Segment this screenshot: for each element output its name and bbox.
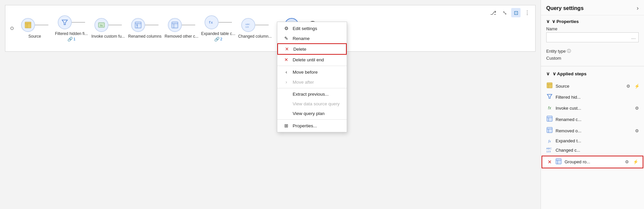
step-source-label: Source [28, 34, 41, 39]
menu-item-extract-previous[interactable]: Extract previous... [277, 89, 347, 99]
menu-item-edit-settings[interactable]: ⚙ Edit settings [277, 23, 347, 33]
step-expanded-label: Expanded table c... [201, 31, 236, 36]
svg-text:✎: ✎ [136, 24, 138, 27]
step-line-2 [72, 22, 85, 23]
menu-item-delete[interactable]: ✕ Delete [277, 43, 347, 55]
applied-step-renamed[interactable]: Renamed c... [541, 114, 644, 125]
step-line-4 [145, 25, 158, 25]
source-step-warning-btn[interactable]: ⚡ [633, 82, 641, 90]
link-icon-1: 🔗 [67, 37, 73, 42]
delete-until-end-icon: ✕ [283, 57, 289, 62]
more-icon-btn[interactable]: ⋮ [523, 8, 532, 17]
applied-step-removed[interactable]: Removed o... ⚙ [541, 125, 644, 136]
step-filtered[interactable]: Filtered hidden fi... 🔗 1 [53, 15, 90, 42]
source-step-label: Source [556, 84, 622, 89]
menu-item-rename[interactable]: ✎ Rename [277, 33, 347, 43]
renamed-step-label: Renamed c... [556, 117, 641, 122]
filter-active-icon-btn[interactable]: ⊡ [511, 8, 521, 17]
name-field-label: Name [546, 27, 639, 31]
svg-text:ABC: ABC [245, 23, 250, 26]
removed-step-settings-btn[interactable]: ⚙ [633, 127, 641, 134]
step-renamed-icon: ✎ [131, 18, 145, 32]
properties-section-label: ∨ ∨ Properties [541, 15, 644, 26]
svg-rect-19 [547, 83, 552, 88]
step-removed[interactable]: Removed other c... [163, 18, 200, 39]
invoke-step-icon: fx [546, 106, 553, 110]
source-step-settings-btn[interactable]: ⚙ [625, 82, 632, 90]
step-line-7 [255, 25, 269, 25]
step-filtered-link[interactable]: 🔗 1 [67, 37, 75, 42]
rename-icon: ✎ [283, 36, 289, 41]
step-changed[interactable]: ABC123 Changed column... [237, 18, 273, 39]
step-filtered-icon [58, 15, 72, 29]
step-line-1 [35, 25, 48, 25]
filtered-step-icon [546, 94, 553, 100]
grouped-step-warning-btn[interactable]: ⚡ [632, 158, 639, 166]
changed-step-label: Changed c... [556, 148, 641, 153]
svg-rect-10 [172, 22, 178, 28]
menu-item-delete-until-end[interactable]: ✕ Delete until end [277, 55, 347, 65]
step-filtered-label: Filtered hidden fi... [55, 31, 88, 36]
panel-header: Query settings › [541, 0, 644, 15]
step-invoke-label: Invoke custom fu... [91, 34, 125, 39]
applied-step-changed[interactable]: ABC123 Changed c... [541, 145, 644, 155]
share-icon-btn[interactable]: ⎇ [489, 8, 498, 17]
chevron-left-icon: ‹ [283, 69, 289, 75]
query-settings-panel: Query settings › ∨ ∨ Properties Name ...… [541, 0, 644, 209]
step-line-5 [182, 25, 195, 25]
step-removed-label: Removed other c... [165, 34, 198, 39]
bar-top-icons: ⎇ ⤡ ⊡ ⋮ [489, 8, 532, 17]
applied-step-invoke[interactable]: fx Invoke cust... ⚙ [541, 102, 644, 114]
menu-divider-1 [277, 66, 347, 66]
source-step-actions: ⚙ ⚡ [625, 82, 641, 90]
step-line-6 [219, 22, 232, 23]
applied-step-source[interactable]: Source ⚙ ⚡ [541, 80, 644, 92]
panel-divider [541, 66, 644, 66]
step-start-dot [10, 27, 14, 30]
svg-marker-22 [547, 94, 552, 98]
name-field-box[interactable]: ... [546, 32, 639, 42]
svg-text:fx: fx [100, 24, 103, 27]
step-line-3 [108, 25, 122, 25]
context-menu: ⚙ Edit settings ✎ Rename ✕ Delete ✕ Dele… [277, 22, 347, 132]
menu-item-move-after: › Move after [277, 77, 347, 87]
svg-rect-26 [547, 127, 552, 133]
grouped-step-label: Grouped ro... [565, 159, 621, 164]
delete-x-icon: ✕ [284, 46, 290, 52]
step-changed-icon: ABC123 [241, 18, 255, 32]
name-section: Name ... [541, 26, 644, 46]
applied-step-filtered[interactable]: Filtered hid... [541, 92, 644, 102]
step-removed-icon [168, 18, 182, 32]
step-invoke-icon: fx [94, 18, 108, 32]
gear-icon: ⚙ [283, 26, 289, 31]
step-renamed-label: Renamed columns [128, 34, 162, 39]
menu-item-view-data-source: View data source query [277, 99, 347, 109]
applied-steps-label: ∨ ∨ Applied steps [541, 68, 644, 78]
invoke-step-settings-btn[interactable]: ⚙ [633, 104, 641, 112]
applied-step-grouped[interactable]: ✕ Grouped ro... ⚙ ⚡ [542, 156, 643, 168]
panel-expand-icon[interactable]: › [637, 5, 639, 12]
step-source[interactable]: Source [16, 18, 53, 39]
invoke-step-label: Invoke cust... [556, 106, 631, 111]
grouped-step-settings-btn[interactable]: ⚙ [623, 158, 631, 166]
grouped-step-x-icon: ✕ [548, 159, 552, 165]
filtered-step-label: Filtered hid... [556, 95, 641, 100]
entity-type-value: Custom [546, 55, 639, 61]
removed-step-label: Removed o... [556, 128, 631, 133]
step-expanded[interactable]: fx Expanded table c... 🔗 2 [200, 15, 237, 42]
properties-chevron-icon: ∨ [546, 19, 550, 24]
query-steps-bar: ⎇ ⤡ ⊡ ⋮ Source Filtered [5, 5, 536, 52]
step-expanded-link[interactable]: 🔗 2 [214, 37, 222, 42]
menu-item-move-before[interactable]: ‹ Move before [277, 67, 347, 77]
step-invoke[interactable]: fx Invoke custom fu... [90, 18, 126, 39]
menu-item-view-query-plan[interactable]: View query plan [277, 109, 347, 118]
step-renamed[interactable]: ✎ Renamed columns [126, 18, 163, 39]
collapse-icon-btn[interactable]: ⤡ [500, 8, 509, 17]
applied-steps-list: Source ⚙ ⚡ Filtered hid... fx Invoke cus… [541, 78, 644, 171]
expanded-step-icon: fx [546, 139, 553, 143]
menu-item-properties[interactable]: ⊞ Properties... [277, 121, 347, 131]
svg-rect-23 [547, 116, 552, 121]
name-field-dots[interactable]: ... [631, 34, 636, 40]
menu-divider-3 [277, 119, 347, 120]
applied-step-expanded[interactable]: fx Expanded t... [541, 136, 644, 145]
